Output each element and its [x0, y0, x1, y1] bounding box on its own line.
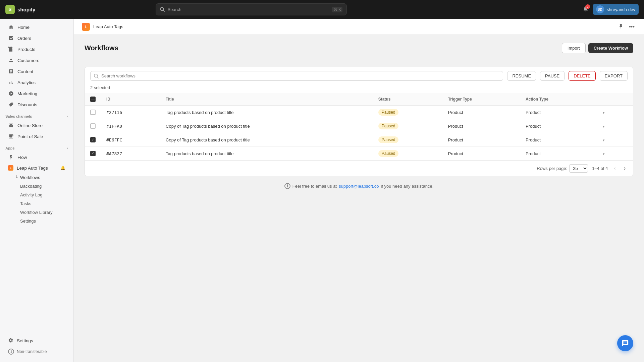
app-header-right: •••: [617, 22, 636, 32]
page-content: Workflows Import Create Workflow RESUME …: [74, 35, 644, 204]
sub-item-backdating[interactable]: Backdating: [5, 182, 71, 190]
selected-count: 2 selected: [90, 85, 110, 90]
sidebar-bottom: Settings ℹ Non-transferable: [0, 332, 73, 362]
row4-title: Tag products based on product title: [160, 147, 373, 161]
workflows-table-card: RESUME PAUSE DELETE EXPORT 2 selected: [85, 67, 633, 176]
sub-item-activity-log[interactable]: Activity Log: [5, 191, 71, 199]
row2-trigger: Product: [443, 119, 520, 133]
header-status: Status: [373, 93, 443, 106]
row4-status: Paused: [373, 147, 443, 161]
logo-text: shopify: [17, 7, 35, 12]
sub-item-workflows[interactable]: └ Workflows: [5, 173, 71, 182]
row1-action: Product: [520, 106, 595, 119]
pause-button[interactable]: PAUSE: [540, 71, 565, 81]
row4-dropdown[interactable]: ▾: [595, 147, 633, 161]
content-icon: [8, 68, 14, 74]
sidebar-item-analytics[interactable]: Analytics: [3, 77, 71, 88]
sub-item-workflow-library[interactable]: Workflow Library: [5, 208, 71, 217]
sidebar-item-leap-auto-tags[interactable]: L Leap Auto Tags 🔔: [3, 163, 71, 173]
pos-icon: [8, 133, 14, 139]
table-header-row: ID Title Status Trigger Type Action Type: [85, 93, 633, 106]
sub-item-settings[interactable]: Settings: [5, 217, 71, 225]
footer-info: ℹ Feel free to email us at support@leaps…: [85, 176, 633, 196]
selected-info: 2 selected: [85, 85, 633, 93]
table-toolbar: RESUME PAUSE DELETE EXPORT: [85, 67, 633, 85]
sidebar-item-flow[interactable]: Flow: [3, 152, 71, 163]
sidebar-item-customers[interactable]: Customers: [3, 55, 71, 66]
footer-info-icon: ℹ: [284, 183, 290, 189]
row1-dropdown[interactable]: ▾: [595, 106, 633, 119]
home-icon: [8, 24, 14, 30]
footer-email-link[interactable]: support@leapsoft.co: [339, 184, 379, 189]
row3-dropdown[interactable]: ▾: [595, 133, 633, 147]
main-layout: Home Orders Products Custo: [0, 19, 644, 362]
row3-trigger: Product: [443, 133, 520, 147]
leap-sub-nav: └ Workflows Backdating Activity Log Task…: [0, 173, 73, 225]
discounts-icon: [8, 102, 14, 108]
sales-channels-section: Sales channels ›: [0, 110, 73, 120]
online-store-label: Online Store: [17, 123, 43, 128]
page-title: Workflows: [85, 44, 118, 52]
sidebar-item-home[interactable]: Home: [3, 22, 71, 33]
apps-section-label: Apps: [5, 146, 15, 150]
search-workflows-container[interactable]: [90, 71, 503, 81]
notification-button[interactable]: 2: [583, 6, 589, 13]
settings-sub-label: Settings: [20, 219, 36, 224]
settings-label: Settings: [17, 338, 33, 343]
import-button[interactable]: Import: [562, 43, 586, 53]
rows-per-page-select[interactable]: 25 50 100: [569, 164, 588, 173]
user-menu-button[interactable]: SD shreyansh-dev: [593, 4, 639, 15]
next-page-button[interactable]: ›: [622, 164, 628, 173]
export-button[interactable]: EXPORT: [600, 71, 628, 81]
topbar-right: 2 SD shreyansh-dev: [583, 4, 639, 15]
activity-log-label: Activity Log: [20, 192, 42, 197]
sidebar-item-discounts[interactable]: Discounts: [3, 99, 71, 110]
leap-label: Leap Auto Tags: [17, 166, 48, 171]
row3-checkbox[interactable]: [90, 137, 96, 142]
pin-button[interactable]: [617, 22, 625, 32]
content-area: L Leap Auto Tags ••• Workflows Import Cr…: [74, 19, 644, 362]
sidebar-item-orders[interactable]: Orders: [3, 33, 71, 44]
sidebar-item-products[interactable]: Products: [3, 44, 71, 55]
leap-icon: L: [8, 165, 13, 171]
search-workflows-input[interactable]: [101, 73, 499, 78]
sidebar-item-online-store[interactable]: Online Store: [3, 120, 71, 131]
row1-title: Tag products based on product title: [160, 106, 373, 119]
non-transferable-label: Non-transferable: [17, 349, 47, 354]
customers-icon: [8, 57, 14, 63]
row3-action: Product: [520, 133, 595, 147]
select-all-checkbox[interactable]: [90, 97, 96, 102]
non-transferable-icon: ℹ: [8, 349, 14, 355]
sidebar: Home Orders Products Custo: [0, 19, 74, 362]
delete-button[interactable]: DELETE: [569, 71, 596, 81]
resume-button[interactable]: RESUME: [507, 71, 536, 81]
row2-checkbox[interactable]: [90, 123, 96, 129]
apps-section: Apps ›: [0, 142, 73, 152]
row4-checkbox[interactable]: [90, 151, 96, 156]
global-search-box[interactable]: Search ⌘ K: [156, 3, 347, 15]
home-label: Home: [17, 25, 30, 30]
prev-page-button[interactable]: ‹: [612, 164, 618, 173]
row4-trigger: Product: [443, 147, 520, 161]
row1-checkbox[interactable]: [90, 110, 96, 115]
app-icon: L: [82, 23, 90, 31]
more-options-button[interactable]: •••: [628, 22, 636, 31]
sidebar-item-content[interactable]: Content: [3, 66, 71, 77]
pos-label: Point of Sale: [17, 134, 43, 139]
sub-item-tasks[interactable]: Tasks: [5, 199, 71, 208]
rows-per-page-label: Rows per page:: [537, 166, 567, 171]
sidebar-item-point-of-sale[interactable]: Point of Sale: [3, 131, 71, 142]
page-title-row: Workflows Import Create Workflow: [85, 43, 633, 60]
sidebar-item-marketing[interactable]: Marketing: [3, 88, 71, 99]
row1-status: Paused: [373, 106, 443, 119]
shopify-logo: S shopify: [5, 5, 35, 14]
create-workflow-button[interactable]: Create Workflow: [588, 43, 633, 53]
table-row: #1FFA0 Copy of Tag products based on pro…: [85, 119, 633, 133]
header-checkbox-cell: [85, 93, 101, 106]
header-actions: [595, 93, 633, 106]
sidebar-settings[interactable]: Settings: [3, 335, 71, 346]
chat-button[interactable]: [617, 335, 633, 351]
online-store-icon: [8, 122, 14, 128]
sales-channels-label: Sales channels: [5, 114, 32, 118]
row2-dropdown[interactable]: ▾: [595, 119, 633, 133]
